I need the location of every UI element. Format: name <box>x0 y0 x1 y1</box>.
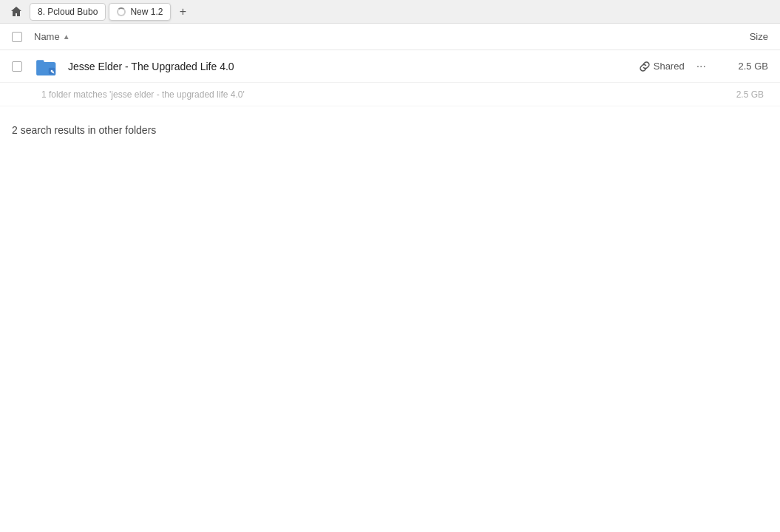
file-checkbox-col <box>12 61 34 72</box>
file-size: 2.5 GB <box>724 61 768 72</box>
other-folders-section: 2 search results in other folders <box>0 106 780 145</box>
add-tab-button[interactable]: + <box>174 3 191 21</box>
tab-pcloud-bubo-label: 8. Pcloud Bubo <box>38 7 98 17</box>
svg-rect-1 <box>36 60 44 64</box>
more-options-button[interactable]: ··· <box>693 58 709 75</box>
folder-svg-icon: ✎ <box>35 56 59 77</box>
file-checkbox[interactable] <box>12 61 22 72</box>
more-options-icon: ··· <box>696 60 706 73</box>
file-row[interactable]: ✎ Jesse Elder - The Upgraded Life 4.0 Sh… <box>0 50 780 83</box>
home-tab[interactable] <box>6 3 27 21</box>
other-folders-label: 2 search results in other folders <box>12 124 156 136</box>
link-icon <box>639 61 651 72</box>
match-info-size: 2.5 GB <box>736 89 768 100</box>
file-name: Jesse Elder - The Upgraded Life 4.0 <box>68 61 639 72</box>
home-icon <box>10 6 22 18</box>
tab-pcloud-bubo[interactable]: 8. Pcloud Bubo <box>30 3 106 21</box>
match-info-row: 1 folder matches 'jesse elder - the upgr… <box>0 83 780 106</box>
shared-label: Shared <box>654 61 685 72</box>
shared-badge: Shared <box>639 61 685 72</box>
tab-bar: 8. Pcloud Bubo New 1.2 + <box>0 0 780 24</box>
select-all-checkbox[interactable] <box>12 32 22 42</box>
file-actions: Shared ··· <box>639 58 709 75</box>
sort-arrow-icon: ▲ <box>63 33 70 41</box>
tab-new-1-2-label: New 1.2 <box>130 7 163 17</box>
name-column-header[interactable]: Name ▲ <box>34 31 709 42</box>
size-column-header[interactable]: Size <box>709 31 768 42</box>
column-header: Name ▲ Size <box>0 24 780 50</box>
size-column-label: Size <box>750 31 768 42</box>
tab-new-1-2[interactable]: New 1.2 <box>109 3 171 21</box>
name-column-label: Name <box>34 31 60 42</box>
tab-spinner <box>117 7 126 16</box>
select-all-checkbox-col <box>12 32 34 42</box>
match-info-text: 1 folder matches 'jesse elder - the upgr… <box>41 89 736 100</box>
folder-icon: ✎ <box>34 53 61 80</box>
svg-text:✎: ✎ <box>50 69 55 74</box>
